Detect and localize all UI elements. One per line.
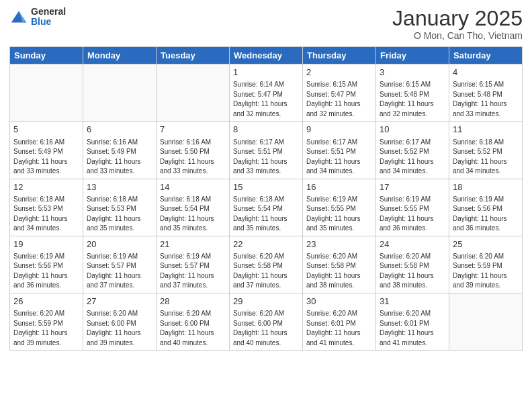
calendar-week-row: 19Sunrise: 6:19 AM Sunset: 5:56 PM Dayli… — [10, 236, 523, 293]
cell-info: Sunrise: 6:20 AM Sunset: 5:58 PM Dayligh… — [233, 252, 299, 291]
day-number: 24 — [380, 238, 445, 250]
calendar-cell: 15Sunrise: 6:18 AM Sunset: 5:54 PM Dayli… — [230, 179, 303, 236]
cell-info: Sunrise: 6:20 AM Sunset: 6:00 PM Dayligh… — [160, 309, 226, 348]
day-number: 14 — [160, 181, 226, 193]
cell-info: Sunrise: 6:18 AM Sunset: 5:54 PM Dayligh… — [233, 195, 299, 234]
calendar-cell — [449, 293, 523, 350]
calendar-cell: 19Sunrise: 6:19 AM Sunset: 5:56 PM Dayli… — [10, 236, 83, 293]
cell-info: Sunrise: 6:20 AM Sunset: 6:01 PM Dayligh… — [380, 309, 445, 348]
weekday-header-wednesday: Wednesday — [230, 47, 303, 64]
calendar-cell: 2Sunrise: 6:15 AM Sunset: 5:47 PM Daylig… — [303, 64, 376, 122]
calendar-cell — [10, 64, 83, 122]
calendar-cell: 7Sunrise: 6:16 AM Sunset: 5:50 PM Daylig… — [157, 122, 230, 179]
day-number: 9 — [306, 124, 372, 136]
day-number: 29 — [233, 295, 299, 308]
cell-info: Sunrise: 6:20 AM Sunset: 5:58 PM Dayligh… — [306, 252, 372, 291]
day-number: 16 — [306, 181, 372, 193]
calendar-cell: 21Sunrise: 6:19 AM Sunset: 5:57 PM Dayli… — [157, 236, 230, 293]
page-header: General Blue January 2025 O Mon, Can Tho… — [9, 7, 523, 41]
day-number: 4 — [453, 66, 519, 79]
cell-info: Sunrise: 6:20 AM Sunset: 6:00 PM Dayligh… — [233, 309, 299, 348]
day-number: 1 — [233, 66, 299, 79]
weekday-header-tuesday: Tuesday — [157, 47, 230, 64]
calendar-cell: 9Sunrise: 6:17 AM Sunset: 5:51 PM Daylig… — [303, 122, 376, 179]
calendar-cell: 8Sunrise: 6:17 AM Sunset: 5:51 PM Daylig… — [230, 122, 303, 179]
weekday-header-sunday: Sunday — [10, 47, 83, 64]
day-number: 31 — [380, 295, 445, 308]
page-container: General Blue January 2025 O Mon, Can Tho… — [0, 0, 532, 411]
cell-info: Sunrise: 6:18 AM Sunset: 5:54 PM Dayligh… — [160, 195, 226, 234]
cell-info: Sunrise: 6:17 AM Sunset: 5:52 PM Dayligh… — [380, 138, 445, 177]
day-number: 22 — [233, 238, 299, 250]
cell-info: Sunrise: 6:20 AM Sunset: 5:59 PM Dayligh… — [13, 309, 79, 348]
day-number: 27 — [87, 295, 152, 308]
day-number: 7 — [160, 124, 226, 136]
calendar-cell: 30Sunrise: 6:20 AM Sunset: 6:01 PM Dayli… — [303, 293, 376, 350]
day-number: 28 — [160, 295, 226, 308]
cell-info: Sunrise: 6:19 AM Sunset: 5:55 PM Dayligh… — [380, 195, 445, 234]
weekday-header-thursday: Thursday — [303, 47, 376, 64]
cell-info: Sunrise: 6:17 AM Sunset: 5:51 PM Dayligh… — [233, 138, 299, 177]
calendar-week-row: 12Sunrise: 6:18 AM Sunset: 5:53 PM Dayli… — [10, 179, 523, 236]
day-number: 17 — [380, 181, 445, 193]
calendar-cell: 5Sunrise: 6:16 AM Sunset: 5:49 PM Daylig… — [10, 122, 83, 179]
calendar-table: SundayMondayTuesdayWednesdayThursdayFrid… — [9, 46, 523, 351]
day-number: 20 — [87, 238, 152, 250]
cell-info: Sunrise: 6:17 AM Sunset: 5:51 PM Dayligh… — [306, 138, 372, 177]
month-title: January 2025 — [392, 7, 523, 30]
day-number: 19 — [13, 238, 79, 250]
calendar-cell: 23Sunrise: 6:20 AM Sunset: 5:58 PM Dayli… — [303, 236, 376, 293]
day-number: 10 — [380, 124, 445, 136]
cell-info: Sunrise: 6:15 AM Sunset: 5:48 PM Dayligh… — [453, 80, 519, 119]
day-number: 13 — [87, 181, 152, 193]
cell-info: Sunrise: 6:18 AM Sunset: 5:52 PM Dayligh… — [453, 138, 519, 177]
logo: General Blue — [9, 7, 66, 28]
cell-info: Sunrise: 6:16 AM Sunset: 5:50 PM Dayligh… — [160, 138, 226, 177]
cell-info: Sunrise: 6:19 AM Sunset: 5:56 PM Dayligh… — [453, 195, 519, 234]
cell-info: Sunrise: 6:18 AM Sunset: 5:53 PM Dayligh… — [87, 195, 152, 234]
logo-text: General Blue — [31, 7, 66, 28]
calendar-cell: 6Sunrise: 6:16 AM Sunset: 5:49 PM Daylig… — [83, 122, 157, 179]
cell-info: Sunrise: 6:15 AM Sunset: 5:47 PM Dayligh… — [306, 80, 372, 119]
weekday-header-monday: Monday — [83, 47, 157, 64]
calendar-cell: 24Sunrise: 6:20 AM Sunset: 5:58 PM Dayli… — [376, 236, 449, 293]
calendar-cell: 22Sunrise: 6:20 AM Sunset: 5:58 PM Dayli… — [230, 236, 303, 293]
calendar-cell: 14Sunrise: 6:18 AM Sunset: 5:54 PM Dayli… — [157, 179, 230, 236]
day-number: 18 — [453, 181, 519, 193]
logo-icon — [9, 7, 28, 26]
title-section: January 2025 O Mon, Can Tho, Vietnam — [392, 7, 523, 41]
location: O Mon, Can Tho, Vietnam — [392, 30, 523, 41]
calendar-cell — [157, 64, 230, 122]
calendar-week-row: 5Sunrise: 6:16 AM Sunset: 5:49 PM Daylig… — [10, 122, 523, 179]
calendar-cell: 4Sunrise: 6:15 AM Sunset: 5:48 PM Daylig… — [449, 64, 523, 122]
calendar-cell: 1Sunrise: 6:14 AM Sunset: 5:47 PM Daylig… — [230, 64, 303, 122]
day-number: 8 — [233, 124, 299, 136]
calendar-cell: 11Sunrise: 6:18 AM Sunset: 5:52 PM Dayli… — [449, 122, 523, 179]
cell-info: Sunrise: 6:19 AM Sunset: 5:57 PM Dayligh… — [87, 252, 152, 291]
day-number: 26 — [13, 295, 79, 308]
cell-info: Sunrise: 6:16 AM Sunset: 5:49 PM Dayligh… — [87, 138, 152, 177]
calendar-cell: 16Sunrise: 6:19 AM Sunset: 5:55 PM Dayli… — [303, 179, 376, 236]
calendar-cell: 18Sunrise: 6:19 AM Sunset: 5:56 PM Dayli… — [449, 179, 523, 236]
cell-info: Sunrise: 6:19 AM Sunset: 5:56 PM Dayligh… — [13, 252, 79, 291]
weekday-header-friday: Friday — [376, 47, 449, 64]
calendar-cell: 29Sunrise: 6:20 AM Sunset: 6:00 PM Dayli… — [230, 293, 303, 350]
weekday-header-saturday: Saturday — [449, 47, 523, 64]
logo-blue: Blue — [31, 17, 66, 27]
day-number: 3 — [380, 66, 445, 79]
calendar-cell: 26Sunrise: 6:20 AM Sunset: 5:59 PM Dayli… — [10, 293, 83, 350]
day-number: 15 — [233, 181, 299, 193]
day-number: 23 — [306, 238, 372, 250]
cell-info: Sunrise: 6:19 AM Sunset: 5:57 PM Dayligh… — [160, 252, 226, 291]
cell-info: Sunrise: 6:20 AM Sunset: 6:00 PM Dayligh… — [87, 309, 152, 348]
calendar-cell: 25Sunrise: 6:20 AM Sunset: 5:59 PM Dayli… — [449, 236, 523, 293]
calendar-cell: 3Sunrise: 6:15 AM Sunset: 5:48 PM Daylig… — [376, 64, 449, 122]
logo-general: General — [31, 7, 66, 17]
cell-info: Sunrise: 6:16 AM Sunset: 5:49 PM Dayligh… — [13, 138, 79, 177]
cell-info: Sunrise: 6:20 AM Sunset: 6:01 PM Dayligh… — [306, 309, 372, 348]
calendar-cell: 13Sunrise: 6:18 AM Sunset: 5:53 PM Dayli… — [83, 179, 157, 236]
calendar-cell: 31Sunrise: 6:20 AM Sunset: 6:01 PM Dayli… — [376, 293, 449, 350]
day-number: 12 — [13, 181, 79, 193]
day-number: 30 — [306, 295, 372, 308]
calendar-cell — [83, 64, 157, 122]
